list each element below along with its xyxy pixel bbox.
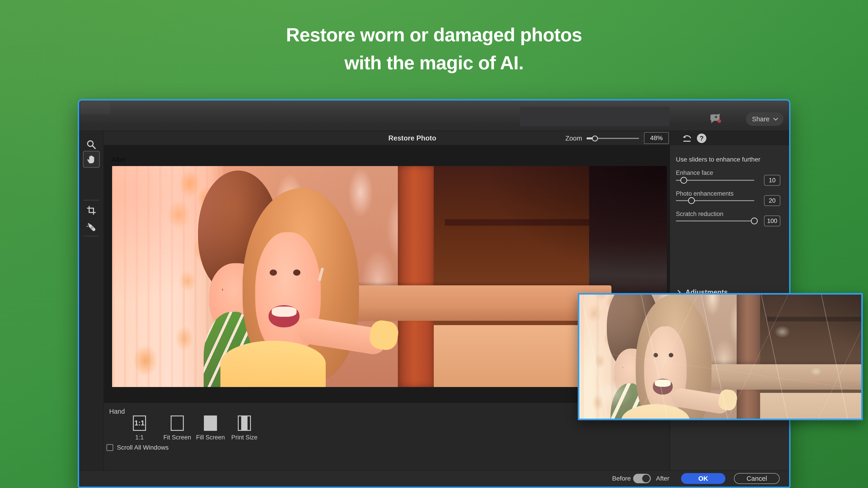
- toggle-knob: [642, 475, 650, 482]
- photo-enhancements-slider[interactable]: [676, 200, 754, 201]
- crop-tool-button[interactable]: [83, 202, 100, 219]
- slider-label-photo-enhancements: Photo enhancements: [676, 190, 734, 197]
- photo-enhancements-knob[interactable]: [688, 197, 695, 204]
- zoom-value-box[interactable]: 48%: [644, 132, 669, 144]
- page-background: Restore worn or damaged photos with the …: [0, 0, 868, 488]
- hand-tool-icon: [86, 154, 96, 164]
- before-photo-inset: [578, 293, 863, 420]
- view-button-label: Fill Screen: [193, 434, 227, 441]
- zoom-label: Zoom: [565, 135, 582, 142]
- view-button-label: Fit Screen: [160, 434, 194, 441]
- photo-enhancements-value[interactable]: 20: [764, 195, 780, 206]
- toolbar-placeholder: [520, 107, 670, 126]
- canvas-view-label: After: [112, 156, 126, 164]
- zoom-tool-button[interactable]: [83, 136, 100, 153]
- scroll-all-windows-checkbox-row[interactable]: Scroll All Windows: [106, 444, 168, 451]
- view-button-fit-screen[interactable]: Fit Screen: [160, 416, 194, 443]
- toolbar-divider: [84, 236, 99, 236]
- zoom-tool-icon: [86, 139, 96, 150]
- share-button[interactable]: Share: [746, 112, 783, 126]
- print-size-icon: [238, 416, 251, 431]
- scratch-reduction-knob[interactable]: [751, 218, 758, 224]
- view-button-label: Print Size: [227, 434, 261, 441]
- fit-screen-icon: [170, 416, 184, 431]
- scroll-all-windows-label: Scroll All Windows: [117, 444, 168, 451]
- after-label: After: [656, 475, 669, 482]
- toolbar-divider: [84, 200, 99, 200]
- hero-line-1: Restore worn or damaged photos: [0, 21, 868, 49]
- photo-shape: [861, 293, 863, 377]
- hand-tool-button[interactable]: [83, 151, 100, 168]
- enhance-face-knob[interactable]: [680, 177, 687, 184]
- zoom-slider-knob[interactable]: [592, 135, 598, 141]
- help-icon[interactable]: ?: [697, 133, 706, 143]
- scratch-overlay: [579, 295, 861, 419]
- window-tab-placeholder: [81, 102, 110, 114]
- scratch-reduction-value[interactable]: 100: [764, 216, 780, 226]
- fill-screen-icon: [204, 416, 217, 431]
- active-tool-title: Hand: [109, 408, 125, 415]
- hero-line-2: with the magic of AI.: [0, 49, 868, 77]
- undo-icon[interactable]: [682, 134, 692, 143]
- crop-tool-icon: [86, 205, 96, 215]
- before-label: Before: [612, 475, 631, 482]
- tool-sidebar: [79, 131, 103, 487]
- dialog-footer: Before After OK Cancel: [79, 470, 789, 487]
- before-after-toggle[interactable]: [633, 474, 651, 483]
- scroll-all-windows-checkbox[interactable]: [106, 444, 113, 451]
- enhance-face-value[interactable]: 10: [764, 175, 780, 186]
- ok-button[interactable]: OK: [681, 473, 725, 484]
- view-button-fill-screen[interactable]: Fill Screen: [193, 416, 227, 443]
- cancel-button[interactable]: Cancel: [734, 473, 780, 484]
- feedback-icon[interactable]: [709, 113, 722, 125]
- help-glyph: ?: [700, 134, 704, 142]
- dialog-title: Restore Photo: [388, 134, 436, 142]
- slider-label-scratch-reduction: Scratch reduction: [676, 210, 723, 218]
- share-chevron-down-icon: [773, 116, 778, 121]
- hero-headline: Restore worn or damaged photos with the …: [0, 21, 868, 77]
- view-button-1to1[interactable]: 1:1 1:1: [126, 416, 153, 443]
- panel-heading: Use sliders to enhance further: [676, 156, 761, 163]
- window-titlebar: Share: [79, 101, 789, 131]
- spot-heal-tool-icon: [86, 222, 97, 232]
- scratch-reduction-slider[interactable]: [676, 221, 754, 221]
- zoom-slider[interactable]: [587, 138, 639, 139]
- enhance-face-slider[interactable]: [676, 180, 754, 181]
- view-button-label: 1:1: [126, 434, 153, 441]
- view-button-print-size[interactable]: Print Size: [227, 416, 261, 443]
- document-header: Restore Photo Zoom 48%: [103, 131, 670, 145]
- one-to-one-icon: 1:1: [133, 416, 146, 431]
- spot-heal-tool-button[interactable]: [83, 219, 100, 235]
- share-label: Share: [752, 116, 770, 123]
- slider-label-enhance-face: Enhance face: [676, 169, 713, 176]
